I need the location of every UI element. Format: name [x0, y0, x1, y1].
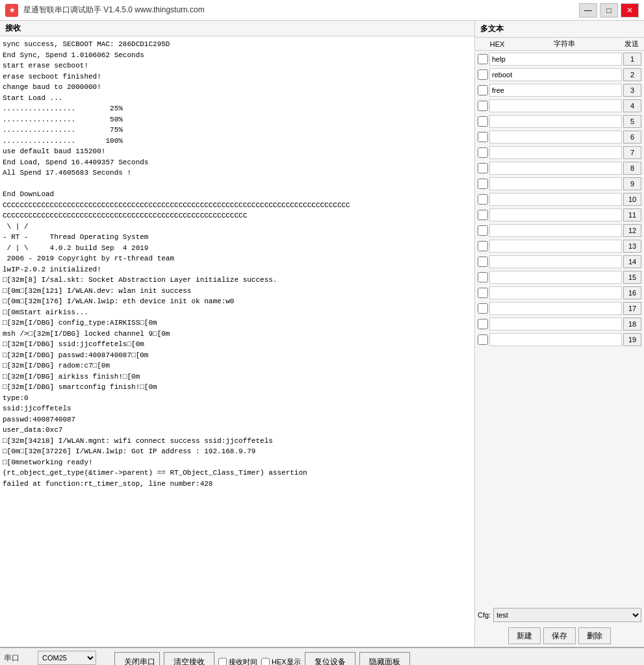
app-icon: ★	[5, 4, 18, 17]
multitext-input-2[interactable]	[489, 84, 622, 97]
multitext-row: 5	[478, 114, 641, 129]
multitext-send-9[interactable]: 10	[623, 193, 641, 206]
cfg-buttons: 新建 保存 删除	[475, 625, 644, 647]
multitext-send-13[interactable]: 14	[623, 255, 641, 268]
delete-cfg-button[interactable]: 删除	[578, 627, 611, 644]
multitext-send-0[interactable]: 1	[623, 53, 641, 66]
multitext-rows: 1 2 3 4 5 6 7 8 9 10 11	[475, 51, 644, 605]
multitext-send-4[interactable]: 5	[623, 115, 641, 128]
multitext-checkbox-6[interactable]	[478, 147, 488, 158]
multitext-input-7[interactable]	[489, 162, 622, 175]
serial-output[interactable]: sync success, SECBOOT MAC: 286DCD1C295D …	[0, 36, 474, 647]
multitext-checkbox-8[interactable]	[478, 179, 488, 189]
multitext-checkbox-11[interactable]	[478, 225, 488, 236]
multitext-checkbox-14[interactable]	[478, 272, 488, 282]
multitext-input-3[interactable]	[489, 99, 622, 112]
title-bar: ★ 星通智联串口调试助手 V1.4.5.0 www.thingsturn.com…	[0, 0, 644, 21]
multitext-row: 3	[478, 83, 641, 97]
multitext-input-10[interactable]	[489, 208, 622, 221]
hex-display-checkbox[interactable]	[261, 658, 270, 666]
multitext-row: 13	[478, 239, 641, 253]
cfg-select[interactable]: test	[493, 608, 641, 622]
right-panel: 多文本 HEX 字符串 发送 1 2 3 4 5 6	[475, 21, 644, 647]
multitext-input-12[interactable]	[489, 240, 622, 253]
multitext-row: 17	[478, 301, 641, 316]
panel-label: 接收	[0, 21, 474, 36]
port-select[interactable]: COM25	[38, 651, 96, 665]
multitext-checkbox-0[interactable]	[478, 54, 488, 64]
multitext-send-12[interactable]: 13	[623, 240, 641, 253]
multitext-row: 2	[478, 68, 641, 82]
multitext-checkbox-17[interactable]	[478, 319, 488, 329]
multitext-checkbox-9[interactable]	[478, 194, 488, 205]
recv-time-checkbox[interactable]	[218, 658, 227, 666]
multitext-send-10[interactable]: 11	[623, 208, 641, 221]
hide-panel-button[interactable]: 隐藏面板	[359, 652, 410, 665]
multitext-input-18[interactable]	[489, 333, 622, 346]
multitext-row: 9	[478, 177, 641, 191]
str-column-header: 字符串	[506, 39, 622, 49]
cfg-row: Cfg: test	[475, 605, 644, 625]
hex-display-label[interactable]: HEX显示	[261, 657, 301, 666]
multitext-send-2[interactable]: 3	[623, 84, 641, 97]
close-button[interactable]: ✕	[621, 3, 639, 18]
multitext-send-15[interactable]: 16	[623, 286, 641, 299]
clear-recv-button[interactable]: 清空接收	[164, 652, 214, 665]
multitext-input-17[interactable]	[489, 318, 622, 331]
multitext-checkbox-3[interactable]	[478, 101, 488, 111]
multitext-input-9[interactable]	[489, 193, 622, 206]
multitext-row: 8	[478, 161, 641, 175]
multitext-checkbox-4[interactable]	[478, 116, 488, 127]
multitext-send-17[interactable]: 18	[623, 318, 641, 331]
multitext-send-8[interactable]: 9	[623, 177, 641, 190]
save-cfg-button[interactable]: 保存	[543, 627, 576, 644]
multitext-input-16[interactable]	[489, 302, 622, 315]
multitext-send-3[interactable]: 4	[623, 99, 641, 112]
multitext-row: 4	[478, 99, 641, 113]
window-controls: — □ ✕	[579, 3, 639, 18]
open-port-button[interactable]: 关闭串口	[114, 652, 160, 665]
multitext-input-4[interactable]	[489, 115, 622, 128]
multitext-send-14[interactable]: 15	[623, 271, 641, 284]
multitext-row: 7	[478, 145, 641, 160]
minimize-button[interactable]: —	[579, 3, 597, 18]
multitext-send-6[interactable]: 7	[623, 146, 641, 159]
reset-device-button[interactable]: 复位设备	[305, 652, 355, 665]
multitext-input-5[interactable]	[489, 131, 622, 144]
multitext-send-7[interactable]: 8	[623, 162, 641, 175]
multitext-row: 14	[478, 255, 641, 269]
multitext-checkbox-18[interactable]	[478, 334, 488, 345]
multitext-checkbox-16[interactable]	[478, 303, 488, 314]
main-container: 接收 sync success, SECBOOT MAC: 286DCD1C29…	[0, 21, 644, 647]
multitext-checkbox-15[interactable]	[478, 288, 488, 298]
new-cfg-button[interactable]: 新建	[508, 627, 541, 644]
bottom-middle: 关闭串口 清空接收 接收时间 HEX显示 复位设备 隐藏面板 保存接收 自	[110, 648, 644, 665]
multitext-row: 16	[478, 286, 641, 300]
multitext-send-1[interactable]: 2	[623, 68, 641, 81]
multitext-checkbox-5[interactable]	[478, 132, 488, 142]
multitext-row: 1	[478, 52, 641, 66]
multitext-checkbox-7[interactable]	[478, 163, 488, 173]
recv-time-label[interactable]: 接收时间	[218, 657, 257, 666]
multitext-input-13[interactable]	[489, 255, 622, 268]
multitext-row: 6	[478, 130, 641, 144]
multitext-input-14[interactable]	[489, 271, 622, 284]
multitext-send-16[interactable]: 17	[623, 302, 641, 315]
multitext-checkbox-12[interactable]	[478, 241, 488, 251]
multitext-checkbox-2[interactable]	[478, 85, 488, 95]
multitext-input-15[interactable]	[489, 286, 622, 299]
cfg-label: Cfg:	[478, 611, 491, 619]
multitext-input-11[interactable]	[489, 224, 622, 237]
multitext-checkbox-10[interactable]	[478, 210, 488, 220]
multitext-input-0[interactable]	[489, 53, 622, 66]
multitext-send-11[interactable]: 12	[623, 224, 641, 237]
maximize-button[interactable]: □	[600, 3, 618, 18]
multitext-row: 18	[478, 317, 641, 331]
multitext-send-5[interactable]: 6	[623, 131, 641, 144]
multitext-input-1[interactable]	[489, 68, 622, 81]
multitext-input-6[interactable]	[489, 146, 622, 159]
multitext-send-18[interactable]: 19	[623, 333, 641, 346]
multitext-input-8[interactable]	[489, 177, 622, 190]
multitext-checkbox-1[interactable]	[478, 69, 488, 80]
multitext-checkbox-13[interactable]	[478, 257, 488, 267]
